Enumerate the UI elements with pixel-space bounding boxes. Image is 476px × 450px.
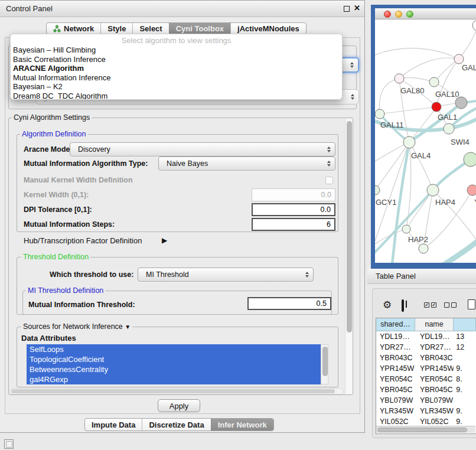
table-row[interactable]: YBR045CYBR045C9. xyxy=(376,384,476,395)
table-column-header[interactable] xyxy=(454,318,476,331)
tab-network-label: Network xyxy=(64,24,94,33)
attributes-list-scrollbar[interactable] xyxy=(321,344,328,384)
scrollbar-thumb[interactable] xyxy=(11,389,335,393)
dpi-tolerance-field[interactable]: 0.0 xyxy=(252,203,335,216)
table-cell: YLR345W xyxy=(415,406,454,416)
network-node[interactable] xyxy=(472,20,476,31)
aracne-mode-combo[interactable]: Discovery xyxy=(70,142,335,156)
tab-infer-network-label: Infer Network xyxy=(218,420,267,429)
network-node[interactable] xyxy=(432,102,441,112)
tab-impute-data[interactable]: Impute Data xyxy=(85,419,142,431)
table-row[interactable]: YBL079WYBL079W xyxy=(376,395,476,406)
network-node[interactable] xyxy=(402,225,410,233)
manual-kernel-checkbox[interactable] xyxy=(325,177,333,184)
network-node[interactable] xyxy=(455,97,467,109)
apply-button[interactable]: Apply xyxy=(158,399,200,412)
algorithm-dropdown-item[interactable]: Bayesian – K2 xyxy=(11,82,342,92)
network-node[interactable] xyxy=(464,152,476,167)
sources-title-label: Sources for Network Inference xyxy=(23,322,123,331)
window-restore-icon[interactable] xyxy=(4,439,14,449)
tab-discretize-data[interactable]: Discretize Data xyxy=(142,419,210,431)
table-row[interactable]: YBR043CYBR043C xyxy=(376,353,476,363)
table-column-header[interactable]: shared… xyxy=(376,318,415,331)
data-attribute-item[interactable]: TopologicalCoefficient xyxy=(27,354,321,364)
network-node[interactable] xyxy=(375,185,380,195)
algorithm-dropdown-item[interactable]: Bayesian – Hill Climbing xyxy=(11,45,342,55)
scrollbar-thumb[interactable] xyxy=(347,121,352,332)
data-attributes-label: Data Attributes xyxy=(21,334,76,343)
network-node[interactable] xyxy=(444,123,454,134)
columns-icon[interactable] xyxy=(402,299,404,312)
close-icon[interactable]: ✕ xyxy=(354,4,360,12)
table-row[interactable]: YDR27…YDR27…12 xyxy=(376,342,476,353)
tab-network[interactable]: Network xyxy=(47,23,100,34)
tab-infer-network[interactable]: Infer Network xyxy=(211,419,273,431)
scrollbar-thumb[interactable] xyxy=(377,428,467,432)
scrollbar-thumb[interactable] xyxy=(322,347,328,376)
gear-icon[interactable]: ⚙ xyxy=(383,300,392,311)
network-window-titlebar[interactable] xyxy=(375,8,476,19)
aracne-mode-label: Aracne Mode: xyxy=(24,145,73,154)
settings-vertical-scrollbar[interactable] xyxy=(345,119,353,394)
expander-arrow-icon[interactable]: ▶ xyxy=(162,236,167,244)
table-row[interactable]: YLR345WYLR345W9. xyxy=(376,406,476,416)
kernel-width-label: Kernel Width (0,1): xyxy=(24,191,89,199)
network-canvas[interactable]: GALGAL80GAL10GAL1GAL11SWI4GAL4GCY1HAP4YH… xyxy=(375,19,476,263)
table-cell: 9. xyxy=(454,363,476,374)
table-row[interactable]: YPR145WYPR145W9. xyxy=(376,363,476,374)
algorithm-dropdown-popup: Select algorithm to view settings Bayesi… xyxy=(10,34,343,100)
unchecked-box-icon xyxy=(451,302,457,308)
algorithm-dropdown-item[interactable]: Mutual Information Inference xyxy=(11,73,342,83)
zoom-traffic-light[interactable] xyxy=(406,11,413,18)
hub-definition-expander-label[interactable]: Hub/Transcription Factor Definition xyxy=(24,236,142,245)
table-cell: YDR27… xyxy=(376,342,415,353)
tab-style[interactable]: Style xyxy=(100,23,132,34)
network-icon xyxy=(53,25,61,32)
table-cell: 12 xyxy=(454,342,476,353)
tab-style-label: Style xyxy=(107,24,126,33)
network-node[interactable] xyxy=(467,185,476,195)
table-column-header[interactable]: name xyxy=(415,318,454,331)
tab-select-label: Select xyxy=(139,24,162,33)
network-edge xyxy=(436,59,459,107)
table-row[interactable]: YDL19…YDL19…13 xyxy=(376,331,476,342)
table-horizontal-scrollbar[interactable] xyxy=(376,426,475,433)
network-node[interactable] xyxy=(419,244,428,253)
mi-steps-field[interactable]: 6 xyxy=(252,218,335,231)
minimize-traffic-light[interactable] xyxy=(395,11,402,18)
close-traffic-light[interactable] xyxy=(384,11,391,18)
network-view-window: GALGAL80GAL10GAL1GAL11SWI4GAL4GCY1HAP4YH… xyxy=(371,5,476,269)
collapse-arrow-icon[interactable]: ▼ xyxy=(125,324,131,330)
network-edge xyxy=(409,142,433,190)
network-node[interactable] xyxy=(427,184,439,196)
tab-jactivemnodules[interactable]: jActiveMNodules xyxy=(230,23,306,34)
algorithm-dropdown-item[interactable]: Dream8 DC_TDC Algorithm xyxy=(11,92,342,100)
which-threshold-label: Which threshold to use: xyxy=(50,270,133,279)
mi-type-combo[interactable]: Naive Bayes xyxy=(158,156,335,171)
data-attribute-item[interactable]: SelfLoops xyxy=(27,344,321,354)
deselect-all-columns-icon[interactable] xyxy=(444,302,457,308)
table-body: YDL19…YDL19…13YDR27…YDR27…12YBR043CYBR04… xyxy=(376,331,476,427)
which-threshold-combo[interactable]: MI Threshold xyxy=(138,268,314,282)
table-row[interactable]: YER054CYER054C8. xyxy=(376,374,476,384)
algorithm-dropdown-item[interactable]: Basic Correlation Inference xyxy=(11,55,342,64)
data-attribute-item[interactable]: gal4RGexp xyxy=(27,374,321,384)
network-node[interactable] xyxy=(429,77,439,87)
network-node[interactable] xyxy=(375,109,384,119)
sources-title[interactable]: Sources for Network Inference ▼ xyxy=(21,322,132,331)
algorithm-dropdown-item[interactable]: ARACNE Algorithm xyxy=(11,64,342,73)
kernel-width-field[interactable]: 0.0 xyxy=(252,188,335,201)
data-attribute-item[interactable]: BetweennessCentrality xyxy=(27,364,321,374)
document-icon[interactable] xyxy=(468,299,475,309)
network-node[interactable] xyxy=(403,136,415,148)
network-node[interactable] xyxy=(395,74,404,83)
tab-select[interactable]: Select xyxy=(132,23,168,34)
select-all-columns-icon[interactable]: ✓ ✓ xyxy=(424,302,436,308)
tab-cyni-toolbox[interactable]: Cyni Toolbox xyxy=(169,23,230,34)
settings-horizontal-scrollbar[interactable] xyxy=(9,388,344,394)
table-cell: YBL079W xyxy=(376,395,415,406)
table-cell: 9. xyxy=(454,384,476,395)
float-window-icon[interactable] xyxy=(344,6,350,12)
network-node[interactable] xyxy=(454,54,464,64)
mi-threshold-field[interactable]: 0.5 xyxy=(247,297,331,310)
